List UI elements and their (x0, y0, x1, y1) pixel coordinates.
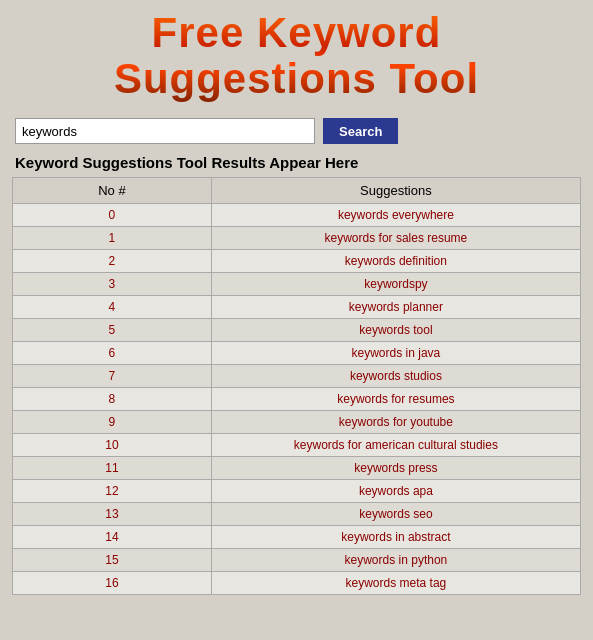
cell-suggestion: keywords planner (211, 296, 580, 319)
table-row: 12keywords apa (13, 480, 581, 503)
page-title: Free Keyword Suggestions Tool (15, 10, 578, 102)
cell-no: 6 (13, 342, 212, 365)
search-input[interactable] (15, 118, 315, 144)
cell-suggestion: keywords meta tag (211, 572, 580, 595)
cell-suggestion: keywords press (211, 457, 580, 480)
cell-suggestion: keywords for american cultural studies (211, 434, 580, 457)
cell-no: 7 (13, 365, 212, 388)
cell-suggestion: keywords in java (211, 342, 580, 365)
cell-no: 12 (13, 480, 212, 503)
table-row: 11keywords press (13, 457, 581, 480)
cell-suggestion: keywords seo (211, 503, 580, 526)
cell-no: 16 (13, 572, 212, 595)
cell-no: 9 (13, 411, 212, 434)
cell-no: 10 (13, 434, 212, 457)
cell-no: 11 (13, 457, 212, 480)
cell-suggestion: keywords everywhere (211, 204, 580, 227)
table-row: 10keywords for american cultural studies (13, 434, 581, 457)
table-row: 6keywords in java (13, 342, 581, 365)
cell-no: 15 (13, 549, 212, 572)
table-row: 1keywords for sales resume (13, 227, 581, 250)
search-section: Search (0, 110, 593, 150)
header-section: Free Keyword Suggestions Tool (0, 0, 593, 110)
table-row: 16keywords meta tag (13, 572, 581, 595)
col-header-suggestions: Suggestions (211, 178, 580, 204)
cell-suggestion: keywords apa (211, 480, 580, 503)
col-header-no: No # (13, 178, 212, 204)
table-row: 14keywords in abstract (13, 526, 581, 549)
cell-no: 2 (13, 250, 212, 273)
cell-no: 0 (13, 204, 212, 227)
results-heading: Keyword Suggestions Tool Results Appear … (0, 150, 593, 177)
search-button[interactable]: Search (323, 118, 398, 144)
table-row: 9keywords for youtube (13, 411, 581, 434)
table-row: 5keywords tool (13, 319, 581, 342)
cell-no: 13 (13, 503, 212, 526)
table-row: 15keywords in python (13, 549, 581, 572)
cell-suggestion: keywords definition (211, 250, 580, 273)
table-container: No # Suggestions 0keywords everywhere1ke… (0, 177, 593, 595)
results-table: No # Suggestions 0keywords everywhere1ke… (12, 177, 581, 595)
table-row: 7keywords studios (13, 365, 581, 388)
table-row: 13keywords seo (13, 503, 581, 526)
table-row: 2keywords definition (13, 250, 581, 273)
table-row: 8keywords for resumes (13, 388, 581, 411)
cell-no: 3 (13, 273, 212, 296)
cell-no: 14 (13, 526, 212, 549)
table-row: 3keywordspy (13, 273, 581, 296)
cell-suggestion: keywords for resumes (211, 388, 580, 411)
cell-suggestion: keywordspy (211, 273, 580, 296)
cell-suggestion: keywords tool (211, 319, 580, 342)
cell-no: 1 (13, 227, 212, 250)
cell-suggestion: keywords in abstract (211, 526, 580, 549)
cell-suggestion: keywords for sales resume (211, 227, 580, 250)
table-row: 4keywords planner (13, 296, 581, 319)
table-row: 0keywords everywhere (13, 204, 581, 227)
cell-suggestion: keywords studios (211, 365, 580, 388)
cell-no: 4 (13, 296, 212, 319)
cell-suggestion: keywords in python (211, 549, 580, 572)
cell-suggestion: keywords for youtube (211, 411, 580, 434)
cell-no: 8 (13, 388, 212, 411)
cell-no: 5 (13, 319, 212, 342)
